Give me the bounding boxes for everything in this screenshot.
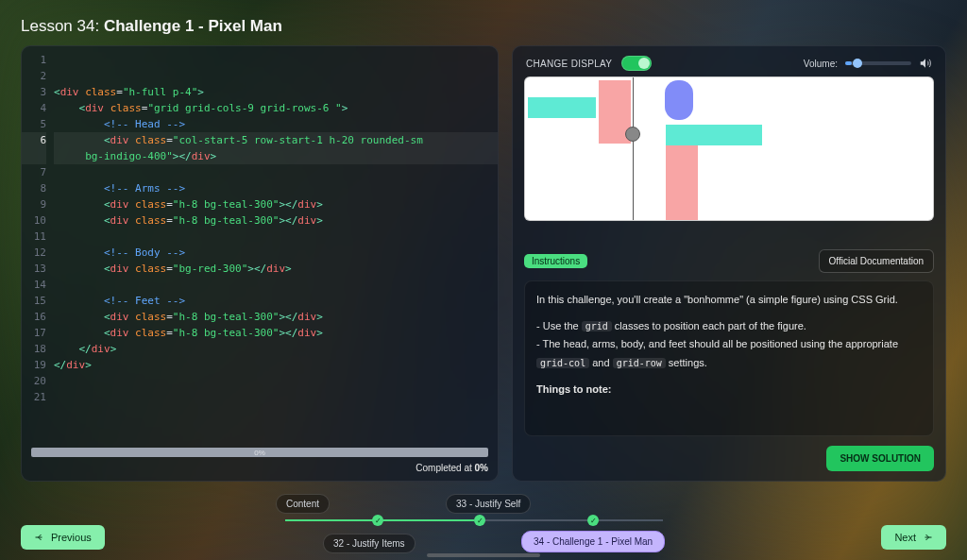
preview-arm xyxy=(528,97,596,118)
code-editor-panel: 123456789101112131415161718192021 <div c… xyxy=(21,45,499,482)
timeline-node[interactable] xyxy=(372,515,383,526)
lesson-title: Lesson 34: Challenge 1 - Pixel Man xyxy=(21,17,946,36)
next-button[interactable]: Next xyxy=(881,525,946,550)
arrow-right-icon xyxy=(922,532,933,543)
preview-body xyxy=(666,145,698,221)
timeline-node[interactable] xyxy=(587,515,599,526)
progress-percent: 0% xyxy=(254,449,265,457)
timeline-node[interactable] xyxy=(474,515,485,526)
show-solution-button[interactable]: SHOW SOLUTION xyxy=(826,446,934,471)
change-display-label: CHANGE DISPLAY xyxy=(526,59,612,69)
change-display-toggle[interactable] xyxy=(621,56,652,71)
arrow-left-icon xyxy=(34,532,45,543)
volume-slider[interactable] xyxy=(845,61,911,65)
completed-text: Completed at 0% xyxy=(31,463,488,473)
output-preview xyxy=(524,76,934,221)
lesson-timeline: Previous Content 32 - Justify Items 33 -… xyxy=(21,491,946,557)
speaker-icon[interactable] xyxy=(919,57,932,70)
preview-head xyxy=(665,80,693,120)
preview-divider xyxy=(633,77,634,220)
code-editor[interactable]: 123456789101112131415161718192021 <div c… xyxy=(22,46,498,448)
volume-label: Volume: xyxy=(804,59,838,69)
preview-panel: CHANGE DISPLAY Volume: xyxy=(512,45,946,482)
progress-bar: 0% xyxy=(31,448,488,457)
timeline-item-current[interactable]: 34 - Challenge 1 - Pixel Man xyxy=(521,531,665,552)
instructions-body: In this challenge, you'll create a "bonh… xyxy=(524,280,934,436)
instructions-badge: Instructions xyxy=(524,254,587,268)
os-home-indicator xyxy=(427,553,540,557)
previous-button[interactable]: Previous xyxy=(21,525,105,550)
official-docs-button[interactable]: Official Documentation xyxy=(819,249,934,273)
timeline-item-content[interactable]: Content xyxy=(276,494,330,514)
timeline-item-justify-items[interactable]: 32 - Justify Items xyxy=(323,534,416,553)
preview-arm xyxy=(666,125,762,145)
timeline-item-justify-self[interactable]: 33 - Justify Self xyxy=(446,494,531,514)
preview-resize-handle[interactable] xyxy=(625,127,640,142)
